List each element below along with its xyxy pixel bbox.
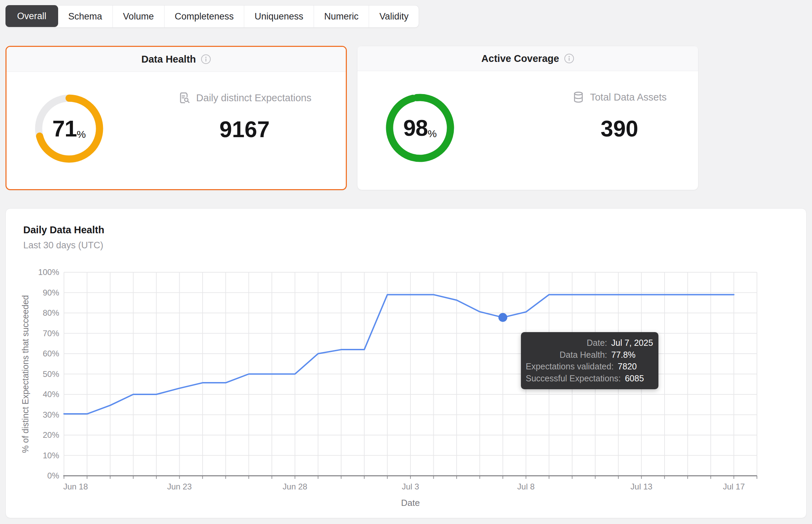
svg-text:Date: Date: [401, 498, 420, 508]
metric-tabbar: OverallSchemaVolumeCompletenessUniquenes…: [5, 5, 419, 28]
svg-text:50%: 50%: [43, 369, 59, 379]
info-icon[interactable]: [564, 53, 574, 64]
active-coverage-percent: 98%: [384, 92, 456, 164]
data-health-donut: 71%: [33, 93, 105, 165]
info-icon[interactable]: [201, 54, 211, 64]
tab-volume[interactable]: Volume: [113, 5, 165, 27]
card-title: Active Coverage: [481, 53, 559, 64]
data-health-card[interactable]: Data Health 71%: [5, 46, 347, 190]
svg-text:80%: 80%: [43, 308, 59, 317]
tab-schema[interactable]: Schema: [58, 5, 113, 27]
svg-text:10%: 10%: [43, 451, 59, 460]
svg-text:100%: 100%: [38, 267, 59, 277]
svg-text:40%: 40%: [43, 390, 59, 399]
data-health-percent: 71%: [33, 93, 105, 165]
file-search-icon: [178, 91, 191, 104]
svg-text:60%: 60%: [43, 349, 59, 358]
tab-numeric[interactable]: Numeric: [314, 5, 369, 27]
data-health-card-header: Data Health: [6, 47, 346, 72]
svg-text:Jun 28: Jun 28: [283, 482, 307, 491]
active-coverage-donut: 98%: [384, 92, 456, 164]
metric-label: Daily distinct Expectations: [196, 92, 312, 104]
metric-value: 9167: [150, 117, 339, 142]
svg-text:30%: 30%: [43, 410, 59, 419]
tab-uniqueness[interactable]: Uniqueness: [244, 5, 314, 27]
svg-text:Jul 8: Jul 8: [517, 482, 535, 491]
svg-text:70%: 70%: [43, 329, 59, 338]
active-coverage-card[interactable]: Active Coverage 98%: [357, 46, 698, 190]
svg-text:% of distinct Expectations tha: % of distinct Expectations that succeede…: [21, 295, 30, 453]
svg-text:20%: 20%: [43, 430, 59, 440]
daily-expectations-metric: Daily distinct Expectations 9167: [150, 91, 339, 142]
svg-text:Jul 13: Jul 13: [630, 482, 652, 491]
active-coverage-card-header: Active Coverage: [357, 46, 698, 71]
dashboard-page: OverallSchemaVolumeCompletenessUniquenes…: [0, 0, 812, 524]
tab-completeness[interactable]: Completeness: [165, 5, 245, 27]
card-title: Data Health: [141, 54, 196, 65]
svg-text:90%: 90%: [43, 288, 59, 297]
svg-text:Jun 23: Jun 23: [167, 482, 192, 491]
metric-value: 390: [542, 116, 697, 141]
svg-text:Jul 3: Jul 3: [402, 482, 419, 491]
svg-text:Jun 18: Jun 18: [63, 482, 88, 491]
svg-text:Jul 17: Jul 17: [723, 482, 745, 491]
daily-data-health-card: Daily Data Health Last 30 days (UTC) 0%1…: [5, 208, 807, 518]
total-assets-metric: Total Data Assets 390: [542, 91, 697, 141]
tab-overall[interactable]: Overall: [5, 5, 58, 27]
tab-validity[interactable]: Validity: [369, 5, 419, 27]
daily-data-health-chart[interactable]: 0%10%20%30%40%50%60%70%80%90%100%Jun 18J…: [6, 209, 806, 518]
database-icon: [572, 91, 585, 104]
metric-label: Total Data Assets: [590, 91, 667, 103]
svg-text:0%: 0%: [47, 471, 59, 480]
chart-tooltip: Date:Jul 7, 2025 Data Health:77.8% Expec…: [521, 332, 658, 389]
